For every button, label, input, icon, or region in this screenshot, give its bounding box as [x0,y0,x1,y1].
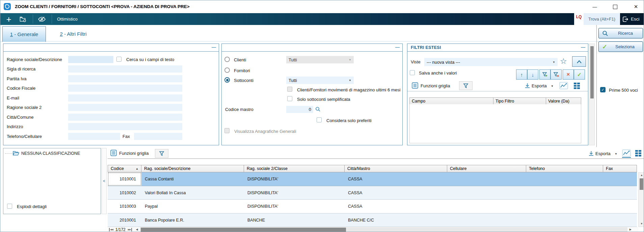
sottoconti-dropdown[interactable]: Tutti▼ [286,77,354,84]
filter-funnel-button[interactable] [459,81,473,90]
cell-cellulare[interactable] [447,213,526,227]
cell-codice[interactable]: 1010002 [108,186,141,199]
clienti-radio[interactable] [224,57,230,62]
grid-filter-funnel-button[interactable] [155,149,168,158]
prime-500-checkbox[interactable]: ✓ [600,87,606,92]
sigla-ricerca-input[interactable] [68,65,182,72]
citta-comune-input[interactable] [68,114,182,121]
scroll-up-icon[interactable]: ▲ [640,174,643,177]
panel-scrollbar-thumb[interactable] [590,46,594,98]
codice-mastro-input[interactable]: 0 [286,106,313,113]
esplodi-dettagli-checkbox[interactable] [7,204,12,209]
add-filter-button[interactable] [539,69,551,80]
cell-classe[interactable]: DISPONIBILITA' [244,172,345,186]
grid-export-button[interactable]: Esporta [595,151,611,156]
cell-mastro[interactable]: CASSA [345,200,447,213]
cell-codice[interactable]: 1010001 [108,172,141,186]
open-folder-button[interactable] [17,13,30,25]
table-row[interactable]: 2010001 Banca Popolare E.R. BANCHE BANCH… [108,213,637,227]
cell-fax[interactable] [603,213,637,227]
cell-fax[interactable] [603,172,637,186]
column-header-fax[interactable]: Fax [603,165,637,172]
clear-filters-button[interactable]: × [563,69,574,80]
close-button[interactable]: ✕ [627,0,644,13]
cell-telefono[interactable] [526,186,603,199]
scroll-right-icon[interactable]: ▶ [629,228,632,231]
grid-view-icon[interactable] [573,82,580,89]
table-row[interactable]: 1010003 Paypal DISPONIBILITA' CASSA [108,200,637,213]
move-filter-up-button[interactable]: ↑ [516,69,527,80]
cell-codice[interactable]: 2010001 [108,213,141,227]
cell-descrizione[interactable]: Cassa Contanti [141,172,244,186]
collapse-panel-icon[interactable]: — [395,45,400,50]
column-header-descrizione[interactable]: Rag. sociale/Descrizione [141,165,244,172]
ragione-sociale-input[interactable] [68,56,113,63]
export-button[interactable]: Esporta [532,83,547,88]
filter-column-valore[interactable]: Valore (Da) [546,97,581,105]
cell-mastro[interactable]: CASSA [345,172,447,186]
column-header-mastro[interactable]: Città/Mastro [345,165,447,172]
column-header-cellulare[interactable]: Cellulare [447,165,526,172]
cell-codice[interactable]: 1010003 [108,200,141,213]
semplificata-checkbox[interactable] [287,96,292,101]
ricerca-button[interactable]: Ricerca [598,28,643,38]
hide-button[interactable] [35,13,49,25]
apply-filters-button[interactable]: ✓ [574,69,585,80]
salva-valori-checkbox[interactable] [410,70,415,75]
collapse-panel-icon[interactable]: — [581,45,585,50]
cell-cellulare[interactable] [447,200,526,213]
ragione-sociale2-input[interactable] [68,104,182,111]
last-page-button[interactable]: ▶▶ [128,228,132,231]
cell-fax[interactable] [603,200,637,213]
sottoconti-radio[interactable] [224,77,230,83]
collapse-tree-button[interactable]: < [102,148,107,214]
find-shortcut[interactable]: Trova (Alt+F1) [584,13,620,25]
tab-generale[interactable]: 1 - Generale [2,26,46,42]
filter-column-campo[interactable]: Campo [409,97,493,105]
cell-descrizione[interactable]: Paypal [141,200,244,213]
cell-descrizione[interactable]: Banca Popolare E.R. [141,213,244,227]
seleziona-button[interactable]: ✓ Seleziona [598,41,643,52]
new-record-button[interactable]: + [3,13,15,25]
fornitori-radio[interactable] [224,67,230,73]
tree-root-item[interactable]: NESSUNA CLASSIFICAZIONE [21,151,80,156]
panel-scrollbar[interactable] [589,44,595,145]
filter-column-tipo[interactable]: Tipo Filtro [493,97,546,105]
cell-classe[interactable]: BANCHE [244,213,345,227]
table-row[interactable]: 1010002 Valori Bollati In Cassa DISPONIB… [108,186,637,200]
cell-descrizione[interactable]: Valori Bollati In Cassa [141,186,244,199]
collapse-panel-icon[interactable]: — [212,45,216,50]
horizontal-scrollbar-thumb[interactable] [141,228,346,232]
partita-iva-input[interactable] [68,75,182,82]
scroll-left-icon[interactable]: ◀ [136,228,138,231]
column-header-classe[interactable]: Rag. sociale 2/Classe [244,165,345,172]
column-header-telefono[interactable]: Telefono [526,165,603,172]
horizontal-scrollbar[interactable] [140,227,627,232]
cell-classe[interactable]: DISPONIBILITA' [244,200,345,213]
email-input[interactable] [68,94,182,102]
cell-mastro[interactable]: CASSA [345,186,447,199]
cell-cellulare[interactable] [447,186,526,199]
indirizzo-input[interactable] [68,123,182,130]
first-page-button[interactable]: ◀◀ [109,228,113,231]
viste-dropdown[interactable]: --- nuova vista ---▼ [424,58,558,66]
chart-icon[interactable] [622,149,631,157]
tab-altri-filtri[interactable]: 2 - Altri Filtri [46,26,100,41]
grid-vertical-scrollbar[interactable]: ▲ ▼ [638,172,644,227]
codice-fiscale-input[interactable] [68,85,182,92]
column-header-codice[interactable]: Codice▲ [108,165,141,172]
cerca-campi-testo-checkbox[interactable] [116,57,122,62]
grid-view-icon[interactable] [635,150,642,156]
exit-button[interactable]: Esci [620,13,644,25]
telefono-input[interactable] [68,133,120,140]
cell-mastro[interactable]: BANCHE C/C [345,213,447,227]
move-filter-down-button[interactable]: ↓ [527,69,538,80]
favorite-star-icon[interactable]: ☆ [560,57,567,65]
maximize-button[interactable] [607,0,623,13]
minimize-button[interactable]: — [587,0,602,13]
cell-cellulare[interactable] [447,172,526,186]
grid-functions-label[interactable]: Funzioni griglia [119,151,149,156]
fax-input[interactable] [134,133,182,140]
collapse-filters-button[interactable] [572,56,586,67]
cell-fax[interactable] [603,186,637,199]
